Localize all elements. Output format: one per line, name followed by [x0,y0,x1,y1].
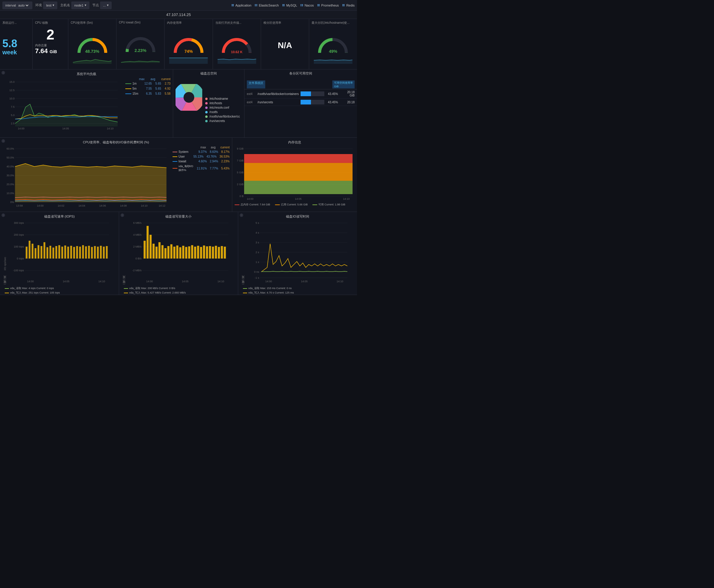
interval-select[interactable]: auto [17,3,29,7]
legend-5m: 5m 7.55 5.65 4.92 [125,87,170,90]
svg-rect-91 [59,245,60,258]
svg-text:14:00: 14:00 [146,280,153,283]
mem-gauge: 74% [167,26,210,69]
mem-total-color [234,205,239,205]
disk-item-rootfs: /rootfs [205,110,240,114]
cpu-system-color [172,152,177,152]
load-svg-area: 15.0 12.5 10.0 7.5 5.0 2.5 14:00 14:05 1… [2,78,123,132]
partition-bar-wrap-2 [301,100,324,104]
mem-sparkline [167,55,210,64]
disk-label-rootfs: /rootfs [209,110,218,114]
disk-pie-svg [176,84,202,111]
partition-row-2: ext4 /run/secrets 43.45% 20.18 [244,99,357,106]
svg-rect-124 [152,244,155,258]
partition-type-2: ext4 [247,101,256,104]
disk-io-time-svg: 5 s 4 s 3 s 2 s 1 s 0 ns -1 s 14:00 14:0… [245,220,354,285]
interval-label: interval [5,4,16,7]
mem-gauge-wrap: 74% [172,35,205,54]
max-part-sparkline [311,55,354,64]
disk-iops-y-axis-label: 读取 (-) /写入 (+) I/O ops/sec [2,220,7,285]
env-label: 环境 [35,3,42,7]
service-redis-label: Redis [346,4,354,7]
interval-selector[interactable]: interval auto [2,1,33,9]
cpu-io-ops-color [172,168,177,169]
service-redis[interactable]: Redis [343,4,354,7]
svg-text:14:05: 14:05 [301,280,308,283]
cpu-iowait-cur: 2.23% [221,160,230,163]
legend-5m-avg: 5.65 [155,87,161,90]
max-part-value: 49% [329,49,337,54]
disk-iops-write-label: vda_写入 Max: 251 iops Current: 105 iops [10,291,60,295]
disk-iops-read-legend: vda_读取 Max: 4 iops Current: 0 iops [5,287,114,290]
legend-1m-color [125,83,131,84]
disk-io-write-label: vda_写入 Max: 4.70 s Current: 125 ms [248,291,294,295]
partition-col2: 可用空间使用率GiB [332,80,354,88]
svg-text:14:04: 14:04 [78,204,85,207]
svg-point-27 [184,92,194,103]
service-nacos[interactable]: Nacos [301,4,314,7]
cpu-io-ops-cur: 5.43% [221,167,230,170]
disk-io-info-icon: i [240,213,243,217]
svg-text:100 iops: 100 iops [14,245,24,248]
service-nav: Application ElasticSearch MySQL Nacos Pr… [232,4,354,7]
disk-rw-svg: 6 MB/s 4 MB/s 2 MB/s 0 B/s -2 MB/s 14:00… [126,220,236,285]
svg-rect-92 [61,247,63,258]
svg-text:14:12: 14:12 [159,204,165,207]
svg-text:14:00: 14:00 [247,197,253,201]
svg-rect-88 [49,246,52,258]
svg-rect-139 [197,246,199,258]
mem-chart-title: 内存信息 [234,140,354,145]
mem-used-label: 已用 Current: 5.66 GiB [281,203,308,207]
svg-text:10.0%: 10.0% [6,192,14,195]
disk-item-resolv: /etc/resolv.conf [205,106,240,109]
disk-rw-info-icon: i [121,213,124,217]
load-info-icon: i [1,71,5,75]
service-elasticsearch[interactable]: ElasticSearch [255,4,279,7]
svg-text:13:58: 13:58 [16,204,23,207]
partition-size-2: 20.18 [340,101,354,104]
service-mysql[interactable]: MySQL [283,4,297,7]
cpu5m-card: CPU使用率 (5m) 48.73% [68,19,117,69]
service-application-label: Application [236,4,251,7]
disk-dot-hostname [205,98,208,100]
svg-text:14:02: 14:02 [58,204,64,207]
svg-rect-127 [162,245,164,258]
charts-row-2: i CPU使用率、磁盘每秒的I/O操作耗费时间 (%) 60.0% 50.0% … [0,138,357,212]
disk-rw-y-axis-label: 读取 (-) /写入 (+) [121,220,126,285]
mem-value: 7.64 GiB [35,47,66,55]
max-part-card: 最大分区(/etc/hostname)使... 49% [309,19,357,69]
cpu-io-ops-avg: 7.77% [210,167,218,170]
disk-dot-hosts [205,102,208,104]
cpu-io-ops-label: vda_每秒I/O操作% [179,164,196,172]
cpu5m-title: CPU使用率 (5m) [71,21,114,25]
svg-rect-146 [218,247,220,258]
file-desc-title: 当前打开的文件描... [215,21,259,25]
svg-rect-145 [215,246,217,258]
host-selector[interactable]: node1 ▾ [71,1,89,9]
disk-iops-read-color [5,288,9,289]
disk-rw-read-legend: vda_读取 Max: 200 kB/s Current: 0 B/s [124,287,233,290]
mem-legend: 总内存 Current: 7.64 GiB 已用 Current: 5.66 G… [234,203,354,207]
node-selector[interactable]: ... ▾ [100,1,112,9]
svg-text:14:10: 14:10 [141,204,148,207]
service-application[interactable]: Application [232,4,251,7]
disk-legend-list: /etc/hostname /etc/hosts /etc/resolv.con… [205,81,240,139]
env-selector[interactable]: test ▾ [43,1,57,9]
svg-text:30.0%: 30.0% [6,174,14,177]
cpu-iowait-avg: 2.94% [210,160,218,163]
svg-rect-133 [179,247,182,258]
cpu-count-value: 2 [35,26,66,43]
svg-rect-94 [67,247,69,258]
load-chart-title: 系统平均负载 [2,72,170,76]
svg-rect-104 [97,247,99,258]
mem-legend-avail: 可用 Current: 1.98 GiB [312,203,345,207]
service-prometheus[interactable]: Prometheus [318,4,339,7]
cpu-cores-card: CPU 核数 2 内存总量 7.64 GiB [33,19,68,69]
disk-io-read-color [243,288,247,289]
svg-text:14:10: 14:10 [98,280,105,283]
svg-rect-143 [209,246,211,258]
partition-size-1: 20.18GiB [340,90,354,97]
cpu-user-avg: 43.76% [206,155,217,158]
host-title-bar: 47.107.114.25 [0,11,357,19]
svg-text:2 s: 2 s [256,251,259,254]
